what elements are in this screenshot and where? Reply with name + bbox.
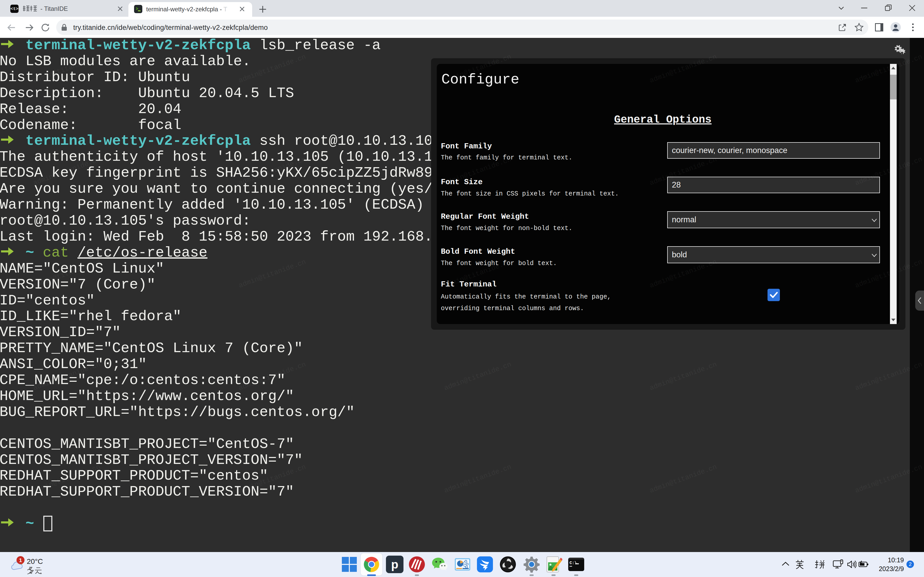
- svg-text:C:\: C:\: [570, 561, 577, 566]
